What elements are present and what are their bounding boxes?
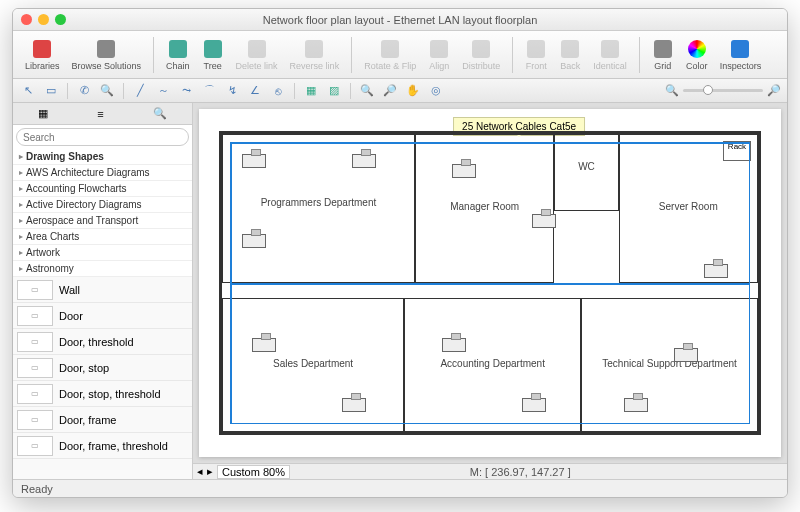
list-view-icon[interactable]: ≡ [97,108,103,120]
workstation-icon [452,164,476,178]
shape-item[interactable]: ▭Door, frame, threshold [13,433,192,459]
room-label: Accounting Department [405,358,580,369]
category-item[interactable]: Astronomy [13,261,192,277]
angle-icon[interactable]: ∠ [246,82,264,100]
workstation-icon [252,338,276,352]
category-header: Drawing Shapes [13,149,192,165]
workstation-icon [442,338,466,352]
shape-item[interactable]: ▭Door, stop, threshold [13,381,192,407]
line-icon[interactable]: ╱ [131,82,149,100]
libraries-button[interactable]: Libraries [21,36,64,73]
call-icon[interactable]: ✆ [75,82,93,100]
horizontal-scroll[interactable]: ◂ ▸ Custom 80% M: [ 236.97, 147.27 ] [193,463,787,479]
back-button[interactable]: Back [555,36,585,73]
distribute-button[interactable]: Distribute [458,36,504,73]
room-label: Server Room [620,201,757,212]
shape-item[interactable]: ▭Door, frame [13,407,192,433]
tree-button[interactable]: Tree [198,36,228,73]
titlebar: Network floor plan layout - Ethernet LAN… [13,9,787,31]
zoom-in-icon[interactable]: 🔍 [358,82,376,100]
workstation-icon [352,154,376,168]
shape-item[interactable]: ▭Door [13,303,192,329]
shape-item[interactable]: ▭Wall [13,277,192,303]
color-button[interactable]: Color [682,36,712,73]
workstation-icon [342,398,366,412]
category-item[interactable]: Accounting Flowcharts [13,181,192,197]
polyline-icon[interactable]: ↯ [223,82,241,100]
main-toolbar: LibrariesBrowse SolutionsChainTreeDelete… [13,31,787,79]
category-item[interactable]: Artwork [13,245,192,261]
status-bar: Ready [13,479,787,497]
category-item[interactable]: Active Directory Diagrams [13,197,192,213]
ungroup-icon[interactable]: ▨ [325,82,343,100]
shape-item[interactable]: ▭Door, threshold [13,329,192,355]
search-input[interactable] [16,128,189,146]
deletelink-button[interactable]: Delete link [232,36,282,73]
coord-readout: M: [ 236.97, 147.27 ] [470,466,571,478]
category-item[interactable]: Area Charts [13,229,192,245]
zoom-minus-icon[interactable]: 🔍 [665,84,679,97]
rack-label: Rack [723,141,751,161]
browse-button[interactable]: Browse Solutions [68,36,146,73]
zoom-plus-icon[interactable]: 🔎 [767,84,781,97]
sidebar: ▦ ≡ 🔍 Drawing Shapes AWS Architecture Di… [13,103,193,479]
group-icon[interactable]: ▦ [302,82,320,100]
room-label: Programmers Department [223,197,414,208]
page-next-icon[interactable]: ▸ [207,465,213,478]
room-label: WC [555,161,617,172]
sidebar-search[interactable] [13,125,192,149]
workstation-icon [242,234,266,248]
align-button[interactable]: Align [424,36,454,73]
arc-icon[interactable]: ⌒ [200,82,218,100]
curve-icon[interactable]: ～ [154,82,172,100]
hand-icon[interactable]: ✋ [404,82,422,100]
chain-button[interactable]: Chain [162,36,194,73]
path-icon[interactable]: ⎋ [269,82,287,100]
tool-ribbon: ↖ ▭ ✆ 🔍 ╱ ～ ⤳ ⌒ ↯ ∠ ⎋ ▦ ▨ 🔍 🔎 ✋ ◎ 🔍 🔎 [13,79,787,103]
room-label: Sales Department [223,358,403,369]
filter-icon[interactable]: 🔍 [153,107,167,120]
inspectors-button[interactable]: Inspectors [716,36,766,73]
workstation-icon [704,264,728,278]
node-tool-icon[interactable]: ▭ [42,82,60,100]
search-tool-icon[interactable]: 🔍 [98,82,116,100]
drawing-canvas[interactable]: 25 Network Cables Cat5e Programmers Depa… [199,109,781,457]
shape-item[interactable]: ▭Door, stop [13,355,192,381]
category-item[interactable]: Aerospace and Transport [13,213,192,229]
shape-list: ▭Wall▭Door▭Door, threshold▭Door, stop▭Do… [13,277,192,479]
zoom-out-icon[interactable]: 🔎 [381,82,399,100]
zoom-slider[interactable]: 🔍 🔎 [665,84,781,97]
rotate-button[interactable]: Rotate & Flip [360,36,420,73]
category-item[interactable]: AWS Architecture Diagrams [13,165,192,181]
floor-outline: Programmers Department Manager Room WC S… [219,131,761,435]
target-icon[interactable]: ◎ [427,82,445,100]
zoom-select[interactable]: Custom 80% [217,465,290,479]
grid-view-icon[interactable]: ▦ [38,107,48,120]
identical-button[interactable]: Identical [589,36,631,73]
workstation-icon [522,398,546,412]
status-text: Ready [21,483,53,495]
workstation-icon [624,398,648,412]
sidebar-tabs[interactable]: ▦ ≡ 🔍 [13,103,192,125]
workstation-icon [532,214,556,228]
pointer-icon[interactable]: ↖ [19,82,37,100]
room-label: Manager Room [416,201,553,212]
room-label: Technical Support Department [582,358,757,369]
reverselink-button[interactable]: Reverse link [286,36,344,73]
page-prev-icon[interactable]: ◂ [197,465,203,478]
connector-icon[interactable]: ⤳ [177,82,195,100]
workstation-icon [242,154,266,168]
grid-button[interactable]: Grid [648,36,678,73]
front-button[interactable]: Front [521,36,551,73]
window-title: Network floor plan layout - Ethernet LAN… [13,14,787,26]
workstation-icon [674,348,698,362]
